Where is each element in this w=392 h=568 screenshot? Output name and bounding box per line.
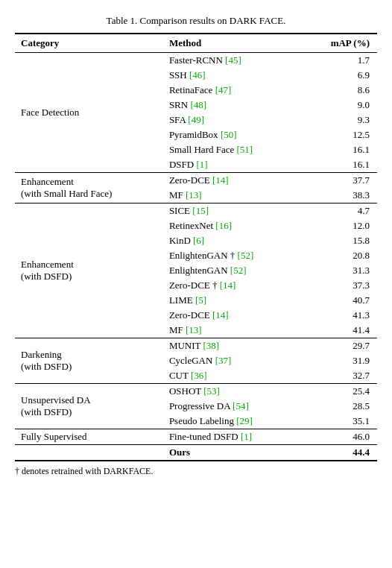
category-cell: Darkening(with DSFD)	[15, 338, 163, 384]
map-cell: 41.4	[302, 323, 377, 338]
map-cell: 31.3	[302, 263, 377, 278]
map-cell: 16.1	[302, 157, 377, 173]
method-cell: Pseudo Labeling [29]	[163, 414, 302, 429]
map-cell: 32.7	[302, 368, 377, 384]
method-cell: Small Hard Face [51]	[163, 142, 302, 157]
map-cell: 31.9	[302, 353, 377, 368]
map-cell: 38.3	[302, 188, 377, 203]
category-cell: Unsupervised DA(with DSFD)	[15, 384, 163, 429]
ref-link: [13]	[186, 324, 202, 335]
ref-link: [50]	[221, 129, 237, 140]
method-cell: Fine-tuned DSFD [1]	[163, 429, 302, 445]
method-cell: EnlightenGAN † [52]	[163, 248, 302, 263]
map-cell: 20.8	[302, 248, 377, 263]
method-cell: SICE [15]	[163, 203, 302, 219]
map-cell: 25.4	[302, 384, 377, 400]
ref-link: [1]	[196, 159, 207, 170]
map-cell: 37.7	[302, 173, 377, 189]
ref-link: [46]	[189, 69, 206, 81]
category-cell: Fully Supervised	[15, 429, 163, 445]
method-cell: CycleGAN [37]	[163, 353, 302, 368]
ref-link: [48]	[190, 99, 206, 110]
ref-link: [52]	[238, 250, 254, 261]
method-cell: DSFD [1]	[163, 157, 302, 173]
table-row: Enhancement(with Small Hard Face)Zero-DC…	[15, 173, 377, 189]
footnote: † denotes retrained with DARKFACE.	[15, 466, 377, 477]
map-cell: 1.7	[302, 53, 377, 69]
ref-link: [1]	[241, 431, 252, 442]
method-cell: Faster-RCNN [45]	[163, 53, 302, 69]
method-cell: SRN [48]	[163, 98, 302, 113]
ref-link: [52]	[230, 265, 247, 276]
method-cell: PyramidBox [50]	[163, 127, 302, 142]
map-cell: 6.9	[302, 68, 377, 83]
ref-link: [15]	[192, 205, 209, 216]
table-row: Face DetectionFaster-RCNN [45]1.7	[15, 53, 377, 69]
method-cell: RetinexNet [16]	[163, 218, 302, 233]
ref-link: [14]	[212, 174, 229, 186]
table-row: Darkening(with DSFD)MUNIT [38]29.7	[15, 338, 377, 354]
method-cell: EnlightenGAN [52]	[163, 263, 302, 278]
method-cell: MF [13]	[163, 188, 302, 203]
method-cell: MUNIT [38]	[163, 338, 302, 354]
table-row: Fully SupervisedFine-tuned DSFD [1]46.0	[15, 429, 377, 445]
ref-link: [38]	[203, 340, 220, 351]
table-title: Table 1. Comparison results on DARK FACE…	[15, 15, 377, 27]
map-cell: 4.7	[302, 203, 377, 219]
category-cell: Face Detection	[15, 53, 163, 173]
method-cell: Ours	[163, 445, 302, 461]
method-cell: SSH [46]	[163, 68, 302, 83]
method-cell: Zero-DCE [14]	[163, 173, 302, 189]
ref-link: [49]	[188, 114, 204, 125]
col-map: mAP (%)	[302, 34, 377, 53]
map-cell: 16.1	[302, 142, 377, 157]
map-cell: 37.3	[302, 278, 377, 293]
ref-link: [5]	[195, 294, 206, 306]
ref-link: [36]	[191, 370, 207, 381]
map-cell: 9.3	[302, 113, 377, 127]
ref-link: [14]	[220, 280, 236, 291]
map-cell: 12.5	[302, 127, 377, 142]
method-cell: Zero-DCE † [14]	[163, 278, 302, 293]
ref-link: [54]	[233, 400, 249, 411]
ref-link: [29]	[236, 415, 253, 426]
map-cell: 41.3	[302, 308, 377, 323]
ref-link: [14]	[212, 309, 229, 321]
method-cell: CUT [36]	[163, 368, 302, 384]
map-cell: 9.0	[302, 98, 377, 113]
method-cell: OSHOT [53]	[163, 384, 302, 400]
col-method: Method	[163, 34, 302, 53]
map-cell: 35.1	[302, 414, 377, 429]
ref-link: [37]	[215, 355, 232, 366]
category-cell: Enhancement(with DSFD)	[15, 203, 163, 338]
ref-link: [16]	[215, 220, 232, 231]
map-cell: 46.0	[302, 429, 377, 445]
method-cell: Progressive DA [54]	[163, 399, 302, 414]
map-cell: 28.5	[302, 399, 377, 414]
ref-link: [51]	[237, 144, 253, 155]
ref-link: [47]	[215, 84, 232, 95]
method-cell: SFA [49]	[163, 113, 302, 127]
map-cell: 29.7	[302, 338, 377, 354]
ref-link: [53]	[203, 385, 220, 397]
method-cell: LIME [5]	[163, 293, 302, 308]
map-cell: 8.6	[302, 83, 377, 98]
method-cell: KinD [6]	[163, 233, 302, 248]
col-category: Category	[15, 34, 163, 53]
map-cell: 12.0	[302, 218, 377, 233]
category-cell: Enhancement(with Small Hard Face)	[15, 173, 163, 203]
map-cell: 15.8	[302, 233, 377, 248]
table-row: Enhancement(with DSFD)SICE [15]4.7	[15, 203, 377, 219]
table-header-row: Category Method mAP (%)	[15, 34, 377, 53]
method-cell: Zero-DCE [14]	[163, 308, 302, 323]
ref-link: [45]	[225, 54, 241, 66]
table-row: Ours 44.4	[15, 445, 377, 461]
map-cell: 40.7	[302, 293, 377, 308]
ref-link: [13]	[186, 189, 202, 201]
method-cell: RetinaFace [47]	[163, 83, 302, 98]
table-row: Unsupervised DA(with DSFD)OSHOT [53]25.4	[15, 384, 377, 400]
map-cell: 44.4	[302, 445, 377, 461]
category-cell	[15, 445, 163, 461]
ref-link: [6]	[193, 235, 204, 246]
comparison-table: Category Method mAP (%) Face DetectionFa…	[15, 33, 377, 461]
